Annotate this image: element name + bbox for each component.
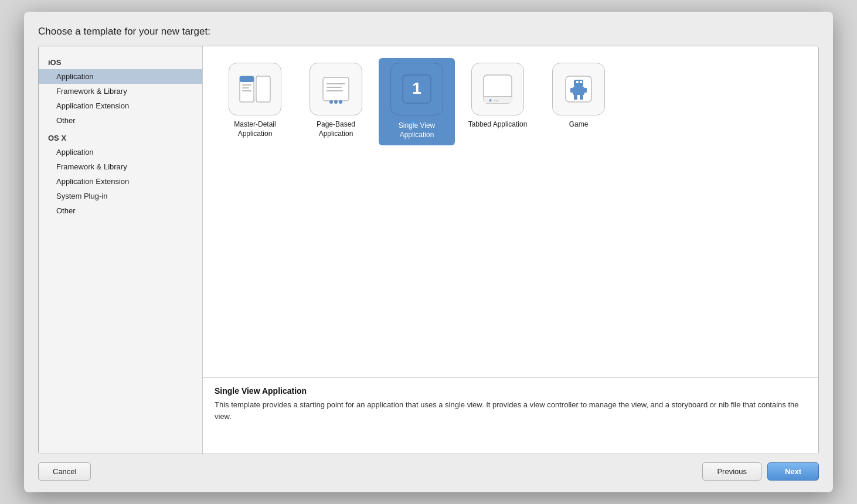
previous-button[interactable]: Previous xyxy=(702,462,761,481)
svg-rect-2 xyxy=(256,76,270,102)
template-item-tabbed[interactable]: ★ ••• Tabbed Application xyxy=(460,58,536,145)
template-item-master-detail[interactable]: Master-Detail Application xyxy=(217,58,293,145)
sidebar-item-osx-application[interactable]: Application xyxy=(39,145,202,159)
dialog-body: iOSApplicationFramework & LibraryApplica… xyxy=(38,46,819,454)
svg-rect-25 xyxy=(570,88,574,93)
sidebar-item-ios-application[interactable]: Application xyxy=(39,69,202,84)
svg-point-9 xyxy=(339,100,342,104)
description-panel: Single View Application This template pr… xyxy=(203,377,818,454)
content-area: Master-Detail Application Page-Based App… xyxy=(203,46,818,454)
svg-rect-24 xyxy=(573,87,584,95)
svg-rect-5 xyxy=(242,90,251,91)
sidebar-item-osx-system-plugin[interactable]: System Plug-in xyxy=(39,189,202,203)
template-label-tabbed: Tabbed Application xyxy=(468,120,528,130)
template-icon-master-detail xyxy=(229,63,281,115)
sidebar-item-ios-app-extension[interactable]: Application Extension xyxy=(39,98,202,113)
template-icon-tabbed: ★ ••• xyxy=(471,63,524,115)
svg-rect-23 xyxy=(580,81,582,83)
template-item-game[interactable]: Game xyxy=(540,58,617,145)
template-item-single-view[interactable]: 1 Single View Application xyxy=(379,58,455,145)
template-label-single-view: Single View Application xyxy=(382,120,451,141)
template-label-game: Game xyxy=(569,120,589,130)
svg-rect-28 xyxy=(580,95,583,100)
svg-rect-4 xyxy=(242,87,249,88)
cancel-button[interactable]: Cancel xyxy=(38,462,91,481)
sidebar-item-osx-app-extension[interactable]: Application Extension xyxy=(39,174,202,189)
svg-rect-10 xyxy=(327,83,345,84)
svg-rect-26 xyxy=(583,88,587,93)
svg-point-7 xyxy=(329,100,333,104)
svg-rect-6 xyxy=(323,77,349,101)
dialog-footer: Cancel Previous Next xyxy=(38,462,819,481)
description-title: Single View Application xyxy=(215,386,807,396)
svg-rect-11 xyxy=(327,87,342,88)
sidebar-section-os-x: OS X xyxy=(39,130,202,145)
dialog-title: Choose a template for your new target: xyxy=(38,26,819,38)
svg-text:★: ★ xyxy=(488,98,492,103)
svg-rect-17 xyxy=(484,96,512,97)
svg-point-8 xyxy=(334,100,338,104)
sidebar-item-osx-framework[interactable]: Framework & Library xyxy=(39,159,202,174)
template-icon-game xyxy=(552,63,605,115)
svg-rect-1 xyxy=(240,76,254,82)
sidebar-section-ios: iOS xyxy=(39,55,202,69)
template-label-page-based: Page-Based Application xyxy=(301,120,370,138)
template-label-master-detail: Master-Detail Application xyxy=(220,120,290,138)
dialog-main: iOSApplicationFramework & LibraryApplica… xyxy=(39,46,818,454)
sidebar: iOSApplicationFramework & LibraryApplica… xyxy=(39,46,203,454)
svg-text:•••: ••• xyxy=(494,98,499,103)
sidebar-item-ios-framework[interactable]: Framework & Library xyxy=(39,84,202,98)
sidebar-item-osx-other[interactable]: Other xyxy=(39,203,202,218)
templates-grid: Master-Detail Application Page-Based App… xyxy=(203,46,818,377)
svg-rect-21 xyxy=(574,80,583,87)
svg-rect-12 xyxy=(327,90,343,91)
svg-text:1: 1 xyxy=(412,79,421,97)
template-icon-single-view: 1 xyxy=(390,63,443,115)
template-icon-page-based xyxy=(310,63,362,115)
template-item-page-based[interactable]: Page-Based Application xyxy=(298,58,374,145)
svg-rect-3 xyxy=(242,84,251,86)
next-button[interactable]: Next xyxy=(767,462,819,481)
description-text: This template provides a starting point … xyxy=(215,399,807,422)
svg-rect-22 xyxy=(576,81,579,83)
sidebar-item-ios-other[interactable]: Other xyxy=(39,113,202,128)
svg-rect-27 xyxy=(574,95,577,100)
dialog: Choose a template for your new target: i… xyxy=(24,12,833,492)
